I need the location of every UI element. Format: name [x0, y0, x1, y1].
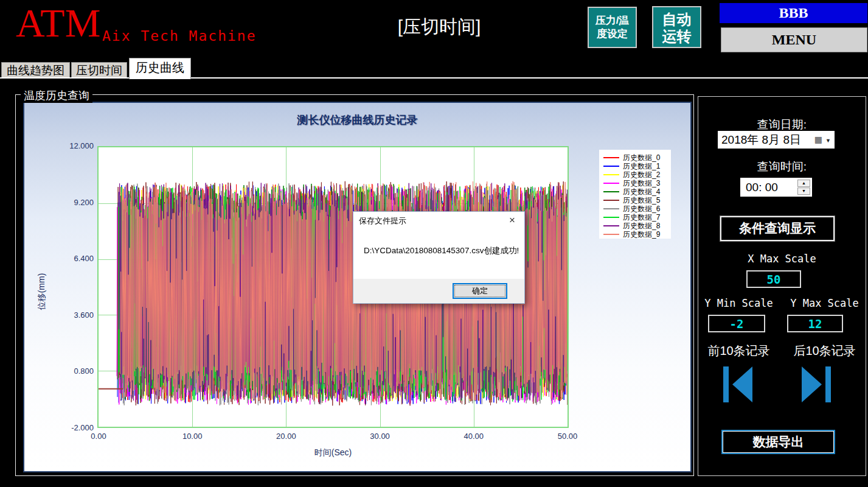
legend-line-swatch [603, 200, 619, 201]
pressure-temp-label-line1: 压力/温 [589, 14, 636, 27]
dialog-titlebar[interactable]: 保存文件提示 × [353, 212, 524, 229]
next-records-label: 后10条记录 [782, 343, 867, 359]
dialog-message: D:\YCData\20180808145307.csv创建成功! [353, 229, 524, 256]
legend-line-swatch [603, 191, 619, 192]
y-min-scale-input[interactable] [708, 315, 765, 332]
y-tick-label: 12.000 [43, 141, 94, 150]
legend-line-swatch [603, 208, 619, 209]
auto-run-label-line2: 运转 [653, 28, 700, 45]
time-spinner: ▲ ▼ [797, 180, 810, 195]
close-icon[interactable]: × [500, 212, 524, 229]
x-tick-label: 40.00 [456, 432, 492, 441]
legend-line-swatch [603, 234, 619, 235]
query-time-value: 00: 00 [746, 181, 778, 194]
legend-label: 历史数据_9 [623, 229, 660, 240]
y-tick-label: -2.000 [43, 423, 94, 432]
dialog-title: 保存文件提示 [359, 216, 406, 225]
menu-button[interactable]: MENU [721, 27, 867, 52]
x-axis-title: 时间(Sec) [97, 447, 569, 458]
pressure-temp-setting-button[interactable]: 压力/温 度设定 [588, 7, 637, 48]
y-tick-label: 0.800 [43, 366, 94, 376]
legend-line-swatch [603, 166, 619, 167]
auto-run-button[interactable]: 自动 运转 [652, 6, 701, 48]
query-side-panel: 查询日期: 2018年 8月 8日 ▦ ▼ 查询时间: 00: 00 ▲ ▼ 条… [698, 96, 866, 476]
y-tick-label: 9.200 [43, 198, 94, 207]
y-tick-label: 6.400 [43, 254, 94, 263]
auto-run-label-line1: 自动 [653, 11, 700, 28]
x-tick-label: 50.00 [549, 432, 586, 441]
query-date-picker[interactable]: 2018年 8月 8日 ▦ ▼ [718, 131, 835, 149]
pressure-temp-label-line2: 度设定 [589, 27, 636, 41]
skip-back-icon[interactable] [723, 366, 752, 402]
x-tick-label: 30.00 [362, 432, 398, 441]
query-time-field[interactable]: 00: 00 ▲ ▼ [740, 178, 812, 197]
x-max-scale-label: X Max Scale [698, 253, 866, 265]
tab-press-cut-time[interactable]: 压切时间 [71, 62, 127, 77]
legend-line-swatch [603, 157, 619, 158]
data-export-button[interactable]: 数据导出 [721, 430, 835, 454]
query-time-label: 查询时间: [698, 159, 866, 175]
page-title: [压切时间] [342, 15, 536, 40]
tab-curve-trend[interactable]: 曲线趋势图 [1, 62, 70, 77]
conditional-query-button[interactable]: 条件查询显示 [720, 216, 835, 241]
legend-line-swatch [603, 174, 619, 175]
legend-line-swatch [603, 217, 619, 218]
dialog-footer: 确定 [353, 279, 524, 303]
status-banner: BBB [720, 3, 867, 23]
app-logo: ATM [16, 1, 100, 45]
prev-records-label: 前10条记录 [698, 343, 779, 359]
chart-title: 测长仪位移曲线历史记录 [24, 113, 690, 127]
y-tick-label: 3.600 [43, 310, 94, 320]
calendar-icon: ▦ [814, 131, 822, 149]
spin-down-icon[interactable]: ▼ [797, 187, 810, 195]
legend-line-swatch [603, 225, 619, 226]
query-date-value: 2018年 8月 8日 [721, 133, 801, 146]
tab-history-curve[interactable]: 历史曲线 [129, 58, 191, 79]
legend-line-swatch [603, 183, 619, 184]
app-logo-subtitle: Aix Tech Machine [102, 28, 257, 44]
chart-legend: 历史数据_0历史数据_1历史数据_2历史数据_3历史数据_4历史数据_5历史数据… [599, 150, 671, 239]
x-tick-label: 10.00 [174, 432, 210, 441]
x-tick-label: 0.00 [80, 432, 117, 441]
y-max-scale-input[interactable] [787, 315, 843, 332]
x-max-scale-input[interactable] [746, 270, 801, 288]
groupbox-title: 温度历史查询 [21, 88, 92, 103]
y-min-scale-label: Y Min Scale [698, 297, 779, 309]
x-tick-label: 20.00 [268, 432, 304, 441]
y-axis-title: 位移(mm) [36, 267, 47, 316]
skip-forward-icon[interactable] [802, 366, 831, 402]
y-max-scale-label: Y Max Scale [782, 297, 867, 309]
spin-up-icon[interactable]: ▲ [797, 180, 810, 187]
legend-item: 历史数据_9 [603, 230, 671, 239]
ok-button[interactable]: 确定 [453, 283, 507, 299]
chevron-down-icon[interactable]: ▼ [825, 132, 831, 150]
save-file-dialog: 保存文件提示 × D:\YCData\20180808145307.csv创建成… [353, 211, 525, 304]
